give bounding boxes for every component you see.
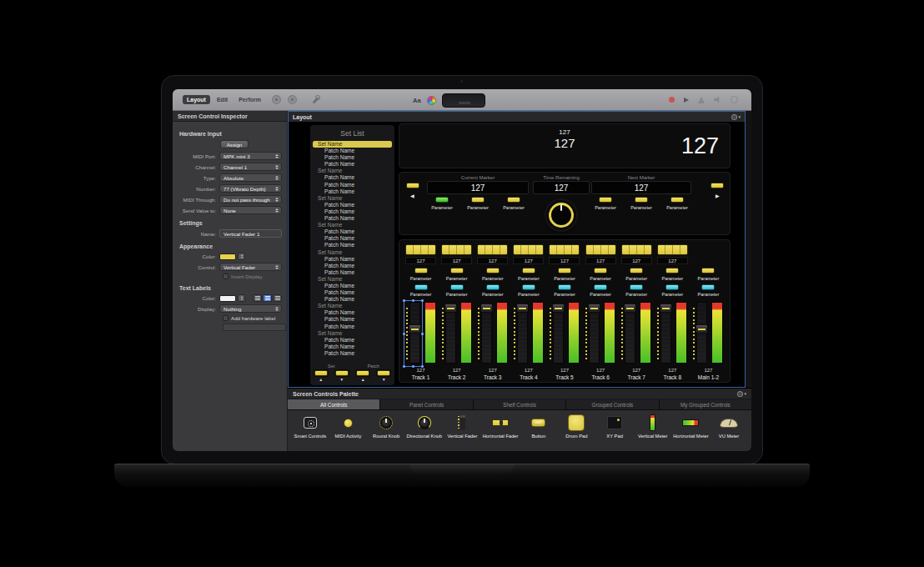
invert-display-checkbox[interactable]	[223, 273, 228, 279]
assign-button[interactable]: Assign	[220, 140, 249, 148]
set-list-set-row[interactable]: Set Name	[310, 276, 394, 283]
marker-panel[interactable]: ◀ ▶ Current Marker 127 Time Remaining 12…	[399, 172, 731, 235]
fader-cap[interactable]	[480, 304, 493, 313]
text-color-swatch[interactable]	[219, 295, 236, 302]
parameter-button[interactable]	[414, 268, 428, 273]
set-list-patch-row[interactable]: Patch Name	[310, 256, 394, 263]
fader-cap[interactable]	[588, 304, 600, 313]
control-dropdown[interactable]: Vertical Fader	[219, 263, 282, 271]
horizontal-fader[interactable]	[477, 244, 508, 255]
set-list-patch-row[interactable]: Patch Name	[310, 202, 394, 208]
fader-cap[interactable]	[660, 304, 672, 313]
palette-tab-shelf-controls[interactable]: Shelf Controls	[474, 399, 566, 409]
monitor-icon[interactable]	[714, 97, 721, 103]
selection-handle[interactable]	[403, 333, 405, 335]
set-list-patch-row[interactable]: Patch Name	[310, 263, 394, 269]
record-icon[interactable]	[669, 97, 675, 103]
color-wheel-icon[interactable]	[427, 96, 436, 105]
parameter-button[interactable]	[486, 268, 500, 273]
triangle-right-icon[interactable]: ▶	[716, 193, 720, 198]
play-icon[interactable]	[684, 98, 689, 103]
metronome-icon[interactable]	[698, 97, 705, 103]
set-list-patch-row[interactable]: Patch Name	[310, 269, 394, 276]
horizontal-fader[interactable]	[441, 244, 472, 255]
set-list-patch-row[interactable]: Patch Name	[310, 309, 394, 316]
cpu-icon[interactable]	[731, 96, 738, 103]
prev-edge-button[interactable]	[406, 183, 419, 188]
parameter-button[interactable]	[507, 197, 520, 203]
palette-item[interactable]: Round Knob	[368, 414, 404, 439]
mode-tab-edit[interactable]: Edit	[213, 95, 232, 104]
horizontal-fader[interactable]	[621, 244, 652, 255]
palette-item[interactable]: VU Meter	[711, 414, 747, 439]
panic-icon[interactable]	[272, 95, 281, 104]
parameter-button[interactable]	[558, 268, 571, 273]
set-list-patch-row[interactable]: Patch Name	[310, 174, 394, 181]
horizontal-fader[interactable]	[405, 244, 436, 255]
set-list-patch-row[interactable]: Patch Name	[310, 242, 394, 248]
set-list-patch-row[interactable]: Patch Name	[310, 350, 394, 357]
horizontal-fader[interactable]	[585, 244, 616, 255]
set-list-patch-row[interactable]: Patch Name	[310, 296, 394, 303]
parameter-button[interactable]	[701, 284, 715, 290]
horizontal-fader[interactable]	[549, 244, 580, 255]
parameter-button[interactable]	[558, 284, 571, 290]
set-list-patch-row[interactable]: Patch Name	[310, 337, 394, 344]
selection-handle[interactable]	[421, 365, 424, 368]
text-color-stepper[interactable]	[238, 294, 245, 302]
triangle-left-icon[interactable]: ◀	[410, 193, 414, 198]
master-mute-icon[interactable]	[288, 95, 297, 104]
parameter-button[interactable]	[670, 197, 684, 203]
set-list-patch-row[interactable]: Patch Name	[310, 228, 394, 235]
color-swatch[interactable]	[219, 253, 236, 260]
fader-cap[interactable]	[516, 304, 529, 313]
palette-tab-all-controls[interactable]: All Controls	[288, 399, 380, 409]
vertical-fader[interactable]	[693, 302, 707, 365]
vertical-fader[interactable]	[442, 302, 456, 365]
palette-tab-panel-controls[interactable]: Panel Controls	[380, 399, 473, 409]
set-down-button[interactable]	[335, 370, 349, 376]
name-field[interactable]: Vertical Fader 1	[219, 229, 282, 238]
parameter-button[interactable]	[665, 268, 679, 273]
palette-item[interactable]: Horizontal Meter	[672, 414, 709, 439]
color-stepper[interactable]	[238, 253, 245, 260]
hw-dropdown-5[interactable]: None	[219, 206, 282, 214]
parameter-button[interactable]	[414, 284, 428, 290]
parameter-button[interactable]	[522, 284, 535, 290]
parameter-button[interactable]	[435, 197, 449, 203]
mixer-panel[interactable]: 127127127127127127127127 ParameterParame…	[399, 239, 731, 383]
palette-item[interactable]: Button	[520, 414, 557, 439]
set-list-patch-row[interactable]: Patch Name	[310, 235, 394, 242]
next-edge-button[interactable]	[711, 183, 724, 188]
set-list-set-row[interactable]: Set Name	[310, 168, 394, 174]
palette-item[interactable]: Vertical Fader	[444, 414, 480, 439]
selection-handle[interactable]	[403, 299, 405, 302]
selection-handle[interactable]	[421, 333, 424, 335]
round-knob[interactable]	[546, 200, 576, 230]
set-list-patch-row[interactable]: Patch Name	[310, 154, 394, 161]
set-list-set-row[interactable]: Set Name	[313, 141, 392, 148]
vertical-fader[interactable]	[406, 302, 420, 365]
parameter-button[interactable]	[594, 268, 607, 273]
parameter-button[interactable]	[701, 268, 715, 273]
parameter-button[interactable]	[450, 284, 464, 290]
parameter-button[interactable]	[635, 197, 648, 203]
workspace-action-menu[interactable]: ▾	[731, 114, 741, 120]
fader-cap[interactable]	[444, 304, 457, 313]
palette-item[interactable]: Vertical Meter	[635, 414, 671, 439]
align-center-button[interactable]	[263, 294, 272, 302]
palette-item[interactable]: Horizontal Fader	[482, 414, 519, 439]
palette-item[interactable]: Drum Pad	[558, 414, 595, 439]
fader-cap[interactable]	[624, 304, 636, 313]
parameter-button[interactable]	[665, 284, 679, 290]
set-list-patch-row[interactable]: Patch Name	[310, 215, 394, 222]
set-list-panel[interactable]: Set List Set NamePatch NamePatch NamePat…	[310, 125, 394, 385]
parameter-button[interactable]	[599, 197, 612, 203]
vertical-fader[interactable]	[550, 302, 564, 365]
parameter-button[interactable]	[522, 268, 535, 273]
display-dropdown[interactable]: Nothing	[219, 304, 282, 313]
set-list-set-row[interactable]: Set Name	[310, 249, 394, 256]
value-display-panel[interactable]: 127 127 127	[399, 123, 731, 168]
vertical-fader[interactable]	[657, 302, 671, 365]
selection-handle[interactable]	[412, 365, 414, 368]
